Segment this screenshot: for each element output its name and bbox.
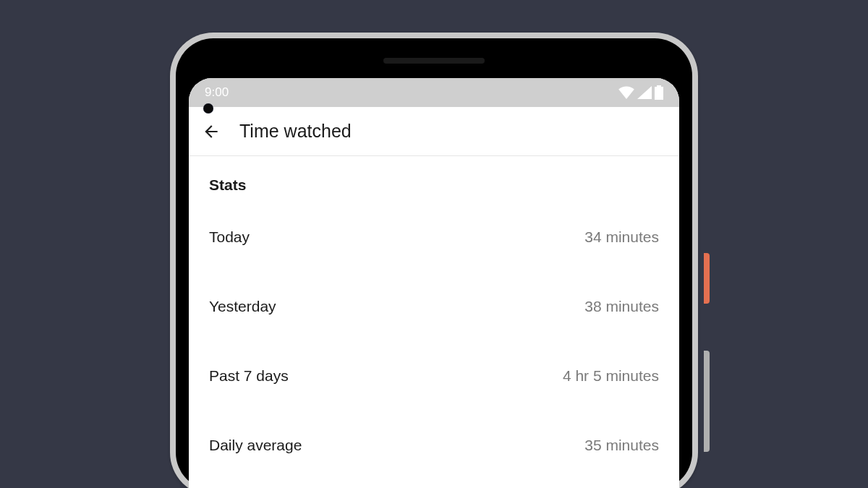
stat-row: Past 7 days 4 hr 5 minutes: [209, 341, 659, 411]
power-button: [704, 253, 710, 304]
stat-label: Today: [209, 228, 250, 246]
stat-label: Past 7 days: [209, 367, 289, 385]
page-title: Time watched: [239, 121, 352, 142]
battery-icon: [655, 85, 663, 100]
stat-label: Yesterday: [209, 298, 276, 315]
content-area: Stats Today 34 minutes Yesterday 38 minu…: [189, 156, 679, 480]
status-bar: 9:00: [189, 78, 679, 107]
wifi-icon: [618, 86, 634, 99]
stat-row: Yesterday 38 minutes: [209, 272, 659, 341]
stat-row: Daily average 35 minutes: [209, 411, 659, 480]
phone-screen: 9:00 Time watched Stats Today 34 minutes: [189, 78, 679, 488]
front-camera: [203, 103, 213, 114]
stat-row: Today 34 minutes: [209, 202, 659, 272]
cellular-icon: [637, 86, 652, 99]
stat-value: 4 hr 5 minutes: [563, 367, 659, 385]
phone-bezel: 9:00 Time watched Stats Today 34 minutes: [176, 38, 692, 488]
status-icons: [618, 85, 663, 100]
stat-value: 38 minutes: [584, 298, 659, 315]
stat-value: 35 minutes: [584, 437, 659, 454]
arrow-back-icon: [202, 122, 221, 141]
stat-label: Daily average: [209, 437, 302, 454]
speaker-grill: [383, 58, 485, 64]
status-time: 9:00: [205, 85, 229, 100]
stat-value: 34 minutes: [584, 228, 659, 246]
back-button[interactable]: [202, 122, 221, 141]
app-bar: Time watched: [189, 107, 679, 156]
phone-frame: 9:00 Time watched Stats Today 34 minutes: [170, 33, 698, 488]
volume-button: [704, 351, 710, 452]
section-header: Stats: [209, 176, 659, 194]
